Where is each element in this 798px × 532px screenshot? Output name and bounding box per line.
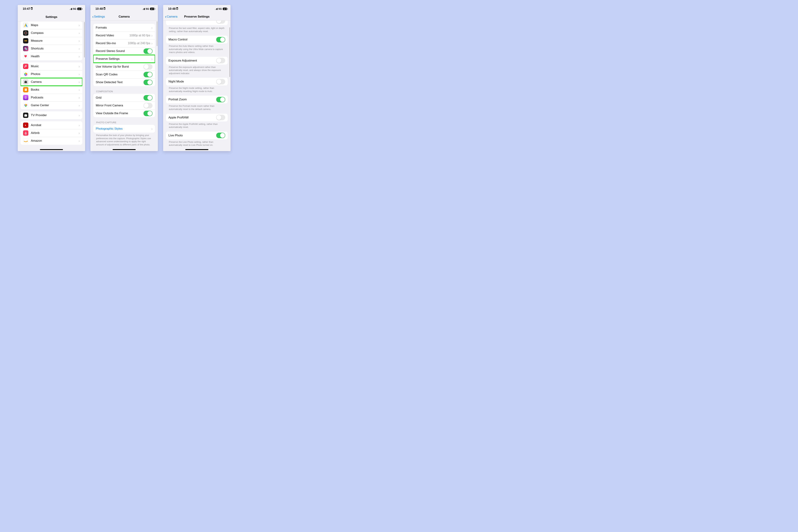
setting-show-detected-text[interactable]: Show Detected Text [93,78,155,86]
home-indicator[interactable] [113,149,136,150]
toggle[interactable] [144,49,152,54]
setting-record-stereo-sound[interactable]: Record Stereo Sound [93,47,155,55]
settings-item-acrobat[interactable]: Acrobat › [21,121,82,129]
toggle[interactable] [144,103,152,108]
setting-formats[interactable]: Formats › [93,24,155,32]
settings-item-camera[interactable]: Camera › [21,78,82,86]
compass-icon [23,30,28,36]
settings-item-game center[interactable]: Game Center › [21,101,82,109]
row-label: Shortcuts [31,47,79,50]
toggle[interactable] [216,133,225,138]
preserve-group: Apple ProRAW [166,114,228,121]
toggle[interactable] [216,115,225,120]
preserve-group: Macro Control [166,36,228,43]
toggle[interactable] [216,37,225,42]
setting-use-volume-up-for-burst[interactable]: Use Volume Up for Burst [93,63,155,71]
settings-item-health[interactable]: Health › [21,53,82,60]
chevron-right-icon: › [151,34,152,38]
row-label: Grid [96,96,144,99]
music-icon [23,64,28,69]
toggle[interactable] [216,21,225,24]
setting-view-outside-the-frame[interactable]: View Outside the Frame [93,109,155,117]
settings-item-shortcuts[interactable]: Shortcuts › [21,45,82,53]
status-time: 10:48 [168,7,175,11]
setting-mirror-front-camera[interactable]: Mirror Front Camera [93,101,155,109]
preserve-exposure-adjustment[interactable]: Exposure Adjustment [166,57,228,64]
preserve-portrait-zoom[interactable]: Portrait Zoom [166,96,228,103]
settings-item-airbnb[interactable]: Airbnb › [21,129,82,137]
chevron-right-icon: › [79,72,80,76]
sim-card-icon [102,7,107,10]
chevron-right-icon: › [79,139,80,143]
battery-icon: 87 [150,7,155,10]
chevron-right-icon: › [151,57,152,61]
back-button[interactable]: ‹ Settings [92,15,105,19]
toggle[interactable] [144,72,152,77]
section-footer: Preserve the Live Photo setting, rather … [163,139,230,148]
home-indicator[interactable] [40,149,63,150]
home-indicator[interactable] [185,149,208,150]
settings-item-tv provider[interactable]: TV Provider › [21,111,82,119]
navbar: ‹ Settings Camera [91,13,158,21]
tv-icon [23,113,28,118]
row-label: Apple ProRAW [169,116,216,119]
row-label: Formats [96,26,151,30]
row-label: Podcasts [31,96,79,99]
settings-group: Music › Photos › Camera › Books › Podcas… [21,62,82,109]
back-button[interactable]: ‹ Camera [165,15,177,19]
settings-item-maps[interactable]: Maps › [21,21,82,29]
row-label: Game Center [31,103,79,107]
settings-item-compass[interactable]: Compass › [21,29,82,37]
settings-item-photos[interactable]: Photos › [21,70,82,78]
setting-record-video[interactable]: Record Video 1080p at 60 fps› [93,32,155,39]
status-bar: 10:48 5G 87 [163,5,230,13]
measure-icon [23,38,28,43]
scroll-indicator[interactable] [84,22,84,57]
toggle[interactable] [216,97,225,102]
row-label: Show Detected Text [96,80,144,84]
toggle[interactable] [144,111,152,116]
partial-row [166,21,228,25]
row-label: Portrait Zoom [169,98,216,101]
toggle[interactable] [144,95,152,100]
row-label: Night Mode [169,80,216,83]
settings-item-music[interactable]: Music › [21,62,82,70]
row-label: View Outside the Frame [96,112,144,115]
row-label: Maps [31,23,79,27]
preserve-macro-control[interactable]: Macro Control [166,36,228,43]
settings-item-books[interactable]: Books › [21,86,82,94]
signal-icon [215,8,217,10]
toggle[interactable] [216,79,225,84]
row-label: Live Photo [169,134,216,137]
preserve-night-mode[interactable]: Night Mode [166,78,228,86]
toggle[interactable] [144,64,152,70]
setting-scan-qr-codes[interactable]: Scan QR Codes [93,71,155,78]
preserve-live-photo[interactable]: Live Photo [166,132,228,139]
preserve-apple-proraw[interactable]: Apple ProRAW [166,114,228,121]
setting-record-slo-mo[interactable]: Record Slo-mo 1080p at 240 fps› [93,39,155,47]
scroll-indicator[interactable] [157,21,157,46]
status-time: 10:47 [23,7,30,11]
navbar: ‹ Camera Preserve Settings [163,13,230,21]
setting-preserve-settings[interactable]: Preserve Settings › [93,55,155,63]
row-label: Books [31,88,79,92]
svg-rect-33 [104,8,105,10]
phone-preserve-settings: 10:48 5G 87 ‹ Camera Preserve Settings P… [163,5,230,151]
toggle[interactable] [144,80,152,85]
settings-item-amazon[interactable]: Amazon › [21,137,82,145]
chevron-left-icon: ‹ [165,15,166,19]
settings-item-podcasts[interactable]: Podcasts › [21,94,82,101]
row-label: Health [31,55,79,58]
setting-grid[interactable]: Grid [93,94,155,101]
preserve-group: Live Photo [166,132,228,139]
gamecenter-icon [23,103,28,108]
settings-group: Maps › Compass › Measure › Shortcuts › H… [21,21,82,60]
svg-marker-5 [25,32,26,34]
setting-photographic-styles[interactable]: Photographic Styles › [93,125,155,133]
chevron-right-icon: › [151,41,152,45]
row-label: Measure [31,39,79,42]
toggle[interactable] [216,58,225,63]
settings-item-measure[interactable]: Measure › [21,37,82,45]
scroll-indicator[interactable] [229,27,230,77]
shortcuts-icon [23,46,28,51]
